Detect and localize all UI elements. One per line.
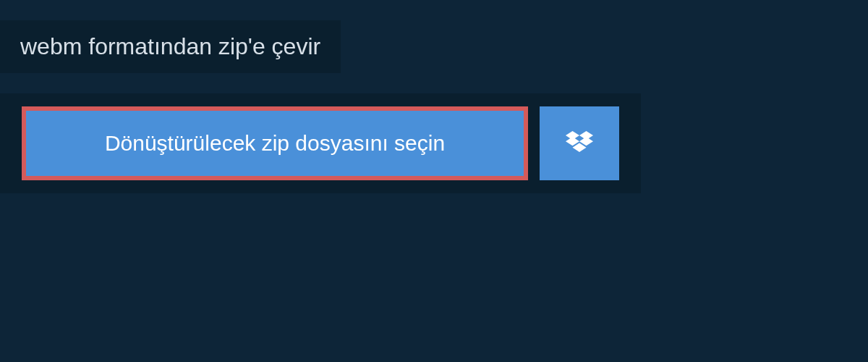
page-title: webm formatından zip'e çevir: [20, 33, 320, 60]
dropbox-icon: [566, 130, 593, 156]
file-select-label: Dönüştürülecek zip dosyasını seçin: [105, 131, 445, 156]
file-select-panel: Dönüştürülecek zip dosyasını seçin: [0, 93, 641, 193]
header-bar: webm formatından zip'e çevir: [0, 20, 341, 73]
dropbox-button[interactable]: [540, 106, 619, 180]
file-select-button[interactable]: Dönüştürülecek zip dosyasını seçin: [22, 106, 528, 180]
